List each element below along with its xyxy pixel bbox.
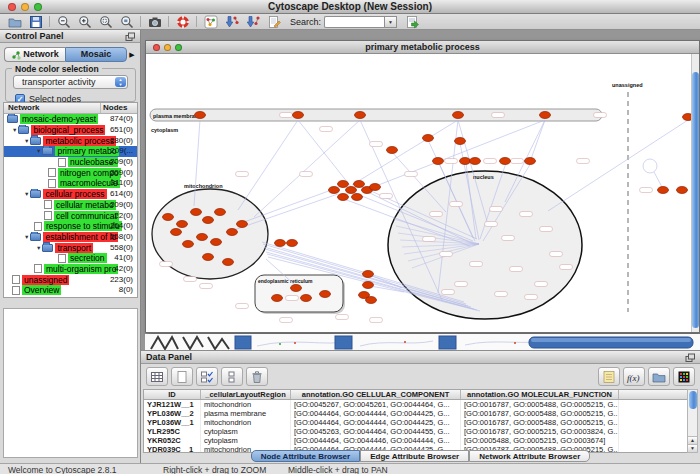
matrix-view-icon[interactable] bbox=[673, 367, 695, 386]
node-count: 614(0) bbox=[110, 189, 133, 199]
tab-mosaic[interactable]: Mosaic bbox=[65, 47, 127, 62]
network-canvas[interactable]: plasma membrane cytoplasm mitochondrion … bbox=[146, 54, 699, 332]
zoom-fit-icon[interactable] bbox=[116, 14, 137, 29]
import-attributes-icon[interactable] bbox=[648, 367, 670, 386]
minimize-button[interactable] bbox=[21, 3, 29, 11]
table-row[interactable]: YPL036W__1mitochondrion[GO:0044464, GO:0… bbox=[144, 418, 687, 427]
tab-network-attribute-browser[interactable]: Network Attribute Browser bbox=[469, 450, 590, 462]
vertical-scrollbar[interactable] bbox=[691, 54, 699, 332]
window-titlebar: Cytoscape Desktop (New Session) bbox=[0, 0, 700, 14]
new-attribute-icon[interactable] bbox=[171, 367, 193, 386]
formula-builder-icon[interactable]: f(x) bbox=[623, 367, 645, 386]
table-row[interactable]: YJR121W__1mitochondrion[GO:0045267, GO:0… bbox=[144, 400, 687, 409]
folder-icon bbox=[18, 126, 29, 134]
network-label: primary metabo bbox=[55, 146, 118, 156]
column-header-id[interactable]: ID bbox=[144, 390, 201, 399]
tree-row[interactable]: ▼establishment of lo558(0) bbox=[4, 232, 137, 243]
float-panel-icon[interactable] bbox=[125, 32, 136, 45]
delete-attribute-icon[interactable] bbox=[246, 367, 268, 386]
search-input[interactable] bbox=[324, 16, 384, 28]
file-icon bbox=[12, 275, 20, 284]
tree-row[interactable]: response to stimulu264(0) bbox=[4, 221, 137, 232]
snapshot-camera-icon[interactable] bbox=[144, 14, 165, 29]
tree-row[interactable]: nitrogen compo209(0) bbox=[4, 167, 137, 178]
expand-arrow-icon[interactable]: ▼ bbox=[36, 146, 41, 156]
tree-row[interactable]: ▼biological_process651(0) bbox=[4, 125, 137, 136]
cytoscape-window: Cytoscape Desktop (New Session) Search: … bbox=[0, 0, 700, 474]
unselect-attributes-icon[interactable] bbox=[221, 367, 243, 386]
expand-arrow-icon[interactable]: ▼ bbox=[12, 125, 17, 135]
vertical-scrollbar-thumb[interactable] bbox=[692, 72, 699, 328]
search-dropdown-arrow[interactable]: ▼ bbox=[384, 16, 397, 28]
tab-node-attribute-browser[interactable]: Node Attribute Browser bbox=[251, 450, 361, 462]
background-windows[interactable] bbox=[145, 334, 700, 350]
tree-row[interactable]: cellular metabo209(0) bbox=[4, 200, 137, 211]
expand-arrow-icon[interactable]: ▼ bbox=[36, 243, 41, 253]
plasma-membrane-region[interactable] bbox=[150, 109, 602, 121]
attribute-browser-icon[interactable] bbox=[401, 14, 422, 29]
visual-styles-icon[interactable] bbox=[200, 14, 221, 29]
frame-zoom-button[interactable] bbox=[175, 44, 182, 51]
table-row[interactable]: YKR052Ccytoplasm[GO:0044464, GO:0044446,… bbox=[144, 436, 687, 445]
scroll-up-icon[interactable]: ▲ bbox=[688, 436, 697, 444]
zoom-out-icon[interactable] bbox=[53, 14, 74, 29]
network-label: transport bbox=[55, 243, 93, 253]
table-row[interactable]: YPL036W__2plasma membrane[GO:0044464, GO… bbox=[144, 409, 687, 418]
tree-row[interactable]: nucleobase-209(0) bbox=[4, 157, 137, 168]
tree-row[interactable]: Overview8(0) bbox=[4, 285, 137, 296]
frame-titlebar[interactable]: primary metabolic process bbox=[146, 41, 699, 54]
table-scrollbar[interactable]: ▲▼ bbox=[687, 389, 698, 453]
apply-layout-2-icon[interactable] bbox=[242, 14, 263, 29]
zoom-button[interactable] bbox=[34, 3, 42, 11]
save-session-icon[interactable] bbox=[25, 14, 46, 29]
data-panel: Data Panel f(x) ID _cellularLayoutRegion… bbox=[141, 350, 700, 463]
table-scrollbar-thumb[interactable] bbox=[689, 391, 697, 409]
column-header-region[interactable]: _cellularLayoutRegion bbox=[201, 390, 291, 399]
attribute-select-icon[interactable] bbox=[146, 367, 168, 386]
tree-row[interactable]: ▼cellular process614(0) bbox=[4, 189, 137, 200]
expand-arrow-icon[interactable]: ▼ bbox=[24, 136, 29, 146]
frame-minimize-button[interactable] bbox=[164, 44, 171, 51]
notes-icon[interactable] bbox=[598, 367, 620, 386]
expand-arrow-icon[interactable]: ▼ bbox=[24, 232, 29, 242]
node-color-dropdown[interactable]: transporter activity ▲▼ bbox=[13, 75, 128, 89]
tree-row[interactable]: mosaic-demo-yeast874(0) bbox=[4, 114, 137, 125]
tab-edge-attribute-browser[interactable]: Edge Attribute Browser bbox=[360, 450, 469, 462]
frame-close-button[interactable] bbox=[153, 44, 160, 51]
close-button[interactable] bbox=[8, 3, 16, 11]
tree-row[interactable]: unassigned223(0) bbox=[4, 274, 137, 285]
node-count: 209(0) bbox=[110, 157, 133, 167]
node-count: 209(... bbox=[110, 146, 133, 156]
apply-layout-icon[interactable] bbox=[221, 14, 242, 29]
bottom-empty-panel bbox=[3, 308, 138, 458]
table-row[interactable]: YLR295Ccytoplasm[GO:0045263, GO:0044464,… bbox=[144, 427, 687, 436]
expand-arrow-icon[interactable]: ▼ bbox=[24, 189, 29, 199]
folder-icon bbox=[30, 190, 41, 198]
network-label: metabolic process bbox=[43, 136, 116, 146]
zoom-in-icon[interactable] bbox=[74, 14, 95, 29]
group-legend: Node color selection bbox=[12, 64, 102, 74]
tab-network[interactable]: Network bbox=[4, 47, 65, 62]
tree-row[interactable]: cell communicat22(0) bbox=[4, 210, 137, 221]
column-header-component[interactable]: annotation.GO CELLULAR_COMPONENT bbox=[291, 390, 461, 399]
zoom-selected-icon[interactable] bbox=[95, 14, 116, 29]
more-tabs-arrow-icon[interactable]: ▶ bbox=[127, 51, 137, 59]
network-label: cellular process bbox=[43, 189, 106, 199]
file-icon bbox=[58, 158, 66, 167]
tree-row-selected[interactable]: ▼primary metabo209(... bbox=[4, 146, 137, 157]
data-panel-header: Data Panel bbox=[141, 351, 700, 364]
tree-col-nodes[interactable]: Nodes bbox=[101, 103, 137, 113]
help-lifebuoy-icon[interactable] bbox=[172, 14, 193, 29]
tree-row[interactable]: ▼transport558(0) bbox=[4, 242, 137, 253]
tree-col-network[interactable]: Network bbox=[4, 103, 101, 113]
tree-row[interactable]: secretion41(0) bbox=[4, 253, 137, 264]
annotations-icon[interactable] bbox=[263, 14, 284, 29]
column-header-function[interactable]: annotation.GO MOLECULAR_FUNCTION bbox=[461, 390, 619, 399]
tree-row[interactable]: multi-organism pro42(0) bbox=[4, 264, 137, 275]
open-session-icon[interactable] bbox=[4, 14, 25, 29]
network-graph[interactable]: plasma membrane cytoplasm mitochondrion … bbox=[146, 54, 691, 332]
tree-row[interactable]: ▼metabolic process280(0) bbox=[4, 135, 137, 146]
select-attributes-icon[interactable] bbox=[196, 367, 218, 386]
tree-row[interactable]: macromolecule311(0) bbox=[4, 178, 137, 189]
network-view-frame[interactable]: primary metabolic process plasma membran… bbox=[145, 40, 700, 333]
